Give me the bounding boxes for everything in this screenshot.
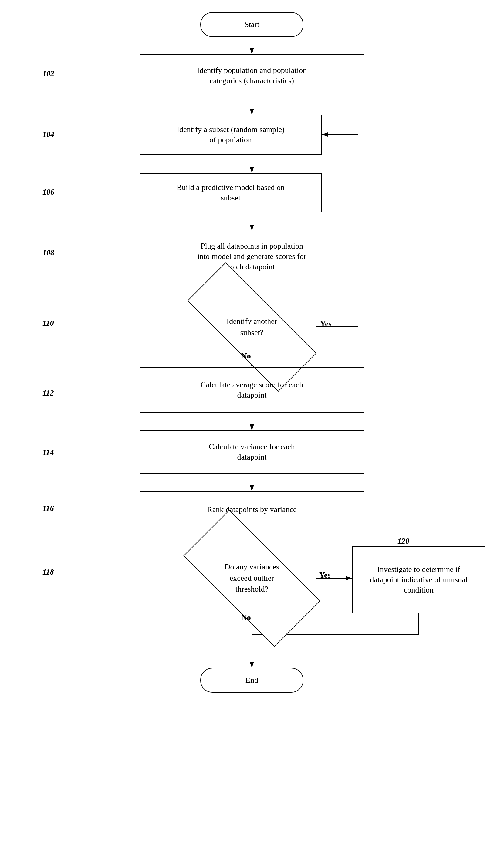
step-102-box: Identify population and population categ… [140,54,364,97]
step-108-ref: 108 [42,248,54,257]
yes2-text: Yes [319,571,331,580]
step-104-label: 104 [42,130,54,139]
step-118-ref: 118 [42,568,54,577]
step-104-box: Identify a subset (random sample) of pop… [140,115,322,155]
step-116-ref: 116 [42,504,54,513]
step-110-diamond-inner: Identify another subset? [188,301,316,354]
step-106-label: 106 [42,188,54,197]
yes-110-label: Yes [320,319,332,329]
end-shape: End [200,668,303,693]
flowchart: Start 102 Identify population and popula… [0,0,504,849]
step-116-text: Rank datapoints by variance [207,505,296,515]
yes-118-label: Yes [319,571,331,580]
step-110-diamond: Identify another subset? [188,301,316,354]
step-102-text: Identify population and population categ… [197,65,307,86]
no-118-label: No [241,613,251,622]
step-120-label: 120 [397,537,409,546]
step-116-box: Rank datapoints by variance [140,491,364,528]
start-label: Start [244,19,259,30]
start-shape: Start [200,12,303,37]
step-120-box: Investigate to determine if datapoint in… [352,546,486,613]
step-106-text: Build a predictive model based on subset [177,182,285,203]
step-118-diamond-inner: Do any variances exceed outlier threshol… [188,546,316,610]
step-110-ref: 110 [42,319,54,328]
step-110-text: Identify another subset? [227,316,277,338]
step-112-label: 112 [42,389,54,397]
step-108-box: Plug all datapoints in population into m… [140,231,364,282]
step-114-ref: 114 [42,448,54,457]
step-120-ref: 120 [397,537,409,546]
step-108-label: 108 [42,248,54,258]
no2-text: No [241,613,251,622]
step-112-text: Calculate average score for each datapoi… [201,380,303,400]
step-110-label: 110 [42,319,54,328]
yes1-text: Yes [320,319,332,328]
end-label: End [246,675,258,685]
step-108-text: Plug all datapoints in population into m… [198,241,306,272]
step-102-ref: 102 [42,69,54,78]
step-114-text: Calculate variance for each datapoint [209,442,295,462]
step-106-box: Build a predictive model based on subset [140,173,322,212]
no-110-label: No [241,352,251,360]
step-118-diamond: Do any variances exceed outlier threshol… [188,546,316,610]
no1-text: No [241,352,251,360]
step-106-ref: 106 [42,188,54,196]
step-120-text: Investigate to determine if datapoint in… [370,564,467,595]
step-104-text: Identify a subset (random sample) of pop… [177,124,284,145]
step-114-box: Calculate variance for each datapoint [140,430,364,474]
step-102-label: 102 [42,69,54,78]
step-114-label: 114 [42,448,54,457]
step-118-label: 118 [42,568,54,577]
step-118-text: Do any variances exceed outlier threshol… [224,562,279,595]
step-112-ref: 112 [42,389,54,397]
step-112-box: Calculate average score for each datapoi… [140,367,364,413]
step-116-label: 116 [42,504,54,513]
step-104-ref: 104 [42,130,54,139]
